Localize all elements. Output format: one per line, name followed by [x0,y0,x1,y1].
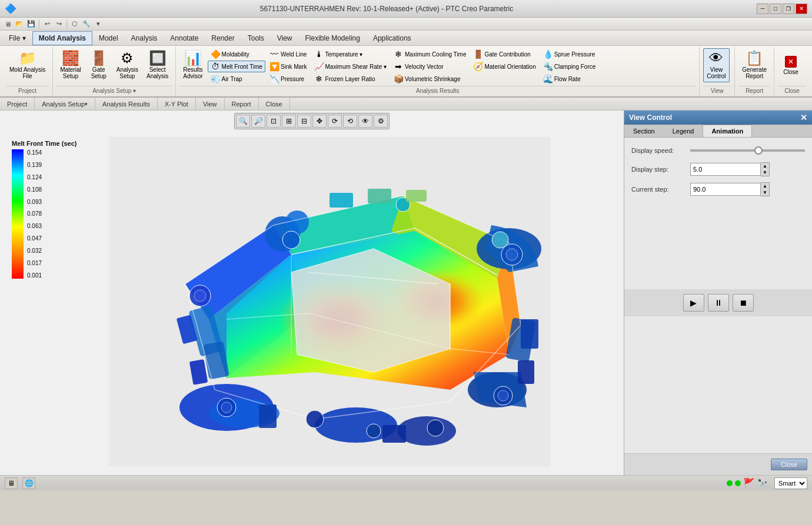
save-btn[interactable]: 💾 [26,19,36,29]
section-analysis-setup[interactable]: Analysis Setup [35,98,95,111]
more-btn[interactable]: ▾ [93,19,104,29]
sink-mark-btn[interactable]: 🔽 Sink Mark [267,61,310,72]
vc-tab-section[interactable]: Section [624,125,664,137]
play-button[interactable]: ▶ [683,294,704,312]
status-btn-2[interactable]: 🌐 [22,477,35,489]
pressure-btn[interactable]: 📉 Pressure [267,73,310,85]
sprue-pressure-btn[interactable]: 💧 Sprue Pressure [540,48,599,60]
results-advisor-btn[interactable]: 📊 ResultsAdvisor [179,48,206,82]
rebuild-btn[interactable]: ⬡ [69,19,80,29]
menu-analysis[interactable]: Analysis [125,31,164,45]
flow-rate-btn[interactable]: 🌊 Flow Rate [540,73,599,85]
zoom-previous-btn[interactable]: ⊟ [297,115,311,128]
vc-tab-legend[interactable]: Legend [664,125,703,137]
minimize-button[interactable]: ─ [757,4,768,14]
ribbon-group-project: 📁 Mold AnalysisFile Project [2,47,53,96]
generate-report-btn[interactable]: 📋 GenerateReport [738,48,770,82]
weld-line-btn[interactable]: 〰 Weld Line [267,48,310,60]
vc-tab-animation[interactable]: Animation [703,125,752,137]
vc-close-button[interactable]: Close [771,459,807,470]
ribbon-group-analysis-results: 📊 ResultsAdvisor 🔶 Moldability ⏱ Melt Fr… [176,47,700,96]
volumetric-shrinkage-btn[interactable]: 📦 Volumetric Shrinkage [391,73,469,85]
mold-analysis-file-btn[interactable]: 📁 Mold AnalysisFile [6,48,49,82]
material-orientation-btn[interactable]: 🧭 Material Orientation [470,61,538,72]
spin-btn[interactable]: ⟲ [343,115,357,128]
new-btn[interactable]: 🖥 [2,19,13,29]
restore-button[interactable]: ❐ [783,4,794,14]
section-report[interactable]: Report [225,98,259,111]
legend-labels: 0.154 0.139 0.124 0.108 0.093 0.078 0.06… [27,149,42,279]
section-close[interactable]: Close [259,98,290,111]
named-views-btn[interactable]: 👁 [358,115,372,128]
status-indicator: 🚩 🔭 Smart [727,477,807,489]
rotate-btn[interactable]: ⟳ [328,115,342,128]
menu-render[interactable]: Render [205,31,241,45]
undo-btn[interactable]: ↩ [42,19,52,29]
open-btn[interactable]: 📂 [14,19,25,29]
display-settings-btn[interactable]: ⚙ [374,115,388,128]
report-icon: 📋 [746,51,763,65]
air-trap-btn[interactable]: 💨 Air Trap [208,73,265,85]
svg-point-26 [367,424,381,438]
menu-tools[interactable]: Tools [241,31,271,45]
zoom-fit-btn[interactable]: ⊡ [267,115,281,128]
display-step-down[interactable]: ▼ [761,169,769,176]
analysis-setup-btn[interactable]: ⚙ AnalysisSetup [113,48,142,82]
velocity-vector-btn[interactable]: ➡ Velocity Vector [391,61,469,72]
menu-file[interactable]: File ▾ [2,31,32,45]
material-icon: 🧱 [62,51,79,65]
svg-point-24 [492,232,508,248]
close-btn[interactable]: ✕ Close [778,48,804,82]
maximize-button[interactable]: □ [770,4,781,14]
current-step-up[interactable]: ▲ [761,183,769,189]
pause-button[interactable]: ⏸ [708,294,729,312]
menu-model[interactable]: Model [92,31,125,45]
zoom-out-btn[interactable]: 🔎 [251,115,265,128]
vc-header: View Control ✕ [624,111,812,125]
clamping-force-btn[interactable]: 🔩 Clamping Force [540,61,599,72]
display-step-up[interactable]: ▲ [761,163,769,169]
gate-setup-btn[interactable]: 🚪 GateSetup [86,48,112,82]
max-cooling-btn[interactable]: ❄ Maximum Cooling Time [391,48,469,60]
current-step-down[interactable]: ▼ [761,189,769,196]
display-step-input[interactable]: 5.0 [690,163,761,176]
view-control-btn[interactable]: 👁 ViewControl [703,48,729,82]
moldability-btn[interactable]: 🔶 Moldability [208,48,265,60]
pan-btn[interactable]: ✥ [312,115,327,128]
section-view[interactable]: View [196,98,225,111]
redo-btn[interactable]: ↪ [54,19,64,29]
menu-applications[interactable]: Applications [367,31,418,45]
zoom-window-btn[interactable]: ⊞ [282,115,296,128]
melt-front-time-btn[interactable]: ⏱ Melt Front Time [208,61,265,72]
ribbon-group-report: 📋 GenerateReport Report [735,47,774,96]
frozen-layer-btn[interactable]: ❄ Frozen Layer Ratio [311,73,390,85]
color-legend: Melt Front Time (sec) 0.154 0.139 0.124 … [12,140,76,279]
gate-contribution-btn[interactable]: 🚪 Gate Contribution [470,48,538,60]
section-project[interactable]: Project [0,98,35,111]
smart-select[interactable]: Smart [774,477,807,489]
menu-mold-analysis[interactable]: Mold Analysis [32,31,92,45]
temperature-btn[interactable]: 🌡 Temperature ▾ [311,48,390,60]
svg-point-17 [506,249,518,260]
menu-view[interactable]: View [271,31,299,45]
section-analysis-results[interactable]: Analysis Results [95,98,158,111]
settings-btn[interactable]: 🔧 [81,19,92,29]
menu-annotate[interactable]: Annotate [164,31,205,45]
max-shear-rate-btn[interactable]: 📈 Maximum Shear Rate ▾ [311,61,390,72]
stop-button[interactable]: ⏹ [733,294,754,312]
menu-flexible-modeling[interactable]: Flexible Modeling [299,31,367,45]
material-setup-btn[interactable]: 🧱 MaterialSetup [56,48,85,82]
quick-access-toolbar: 🖥 📂 💾 ↩ ↪ ⬡ 🔧 ▾ [0,18,812,31]
display-speed-slider[interactable] [690,149,805,152]
close-window-button[interactable]: ✕ [796,4,807,14]
legend-value-4: 0.093 [27,199,42,205]
results-col1: 🔶 Moldability ⏱ Melt Front Time 💨 Air Tr… [208,48,265,85]
status-btn-1[interactable]: 🖥 [5,477,18,489]
current-step-input[interactable]: 90.0 [690,183,761,196]
results-col5: 🚪 Gate Contribution 🧭 Material Orientati… [470,48,538,72]
viewport[interactable]: 🔍 🔎 ⊡ ⊞ ⊟ ✥ ⟳ ⟲ 👁 ⚙ Melt Front Time (sec… [0,111,624,475]
vc-header-close[interactable]: ✕ [800,113,807,122]
select-analysis-btn[interactable]: 🔲 SelectAnalysis [143,48,172,82]
zoom-in-btn[interactable]: 🔍 [236,115,250,128]
section-xy-plot[interactable]: X-Y Plot [158,98,196,111]
